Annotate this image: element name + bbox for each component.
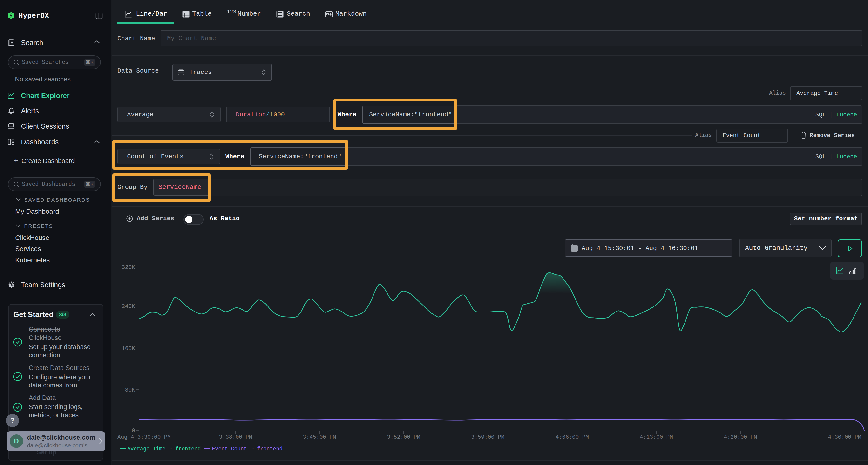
svg-text:4:06:00 PM: 4:06:00 PM — [556, 434, 589, 440]
svg-text:4:30:00 PM: 4:30:00 PM — [828, 434, 861, 440]
svg-text:3:59:00 PM: 3:59:00 PM — [471, 434, 504, 440]
svg-text:80K: 80K — [125, 387, 135, 393]
svg-text:Aug 4 3:30:00 PM: Aug 4 3:30:00 PM — [117, 434, 171, 440]
svg-text:160K: 160K — [122, 345, 135, 352]
svg-text:3:52:00 PM: 3:52:00 PM — [387, 434, 420, 440]
svg-text:3:45:00 PM: 3:45:00 PM — [303, 434, 336, 440]
svg-text:4:20:00 PM: 4:20:00 PM — [724, 434, 757, 440]
svg-text:0: 0 — [132, 428, 135, 434]
svg-text:320K: 320K — [122, 264, 135, 271]
svg-text:4:13:00 PM: 4:13:00 PM — [640, 434, 673, 440]
svg-text:3:38:00 PM: 3:38:00 PM — [219, 434, 252, 440]
svg-text:240K: 240K — [122, 303, 135, 309]
